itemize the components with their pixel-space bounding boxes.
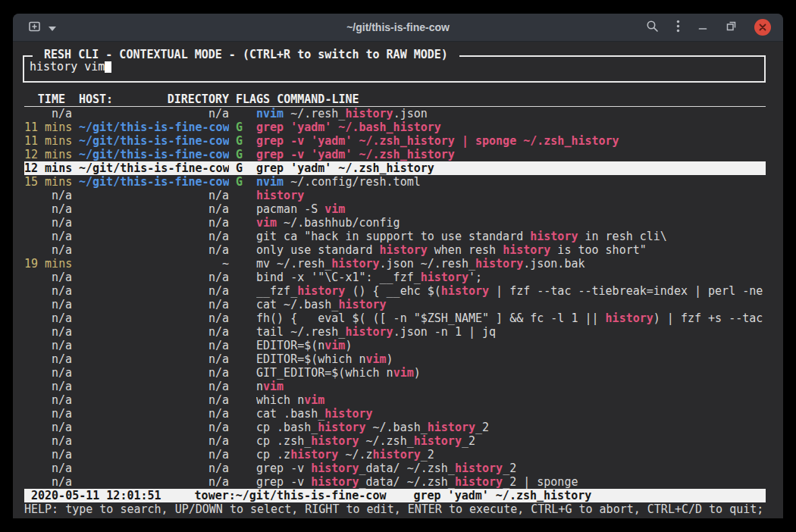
history-list: n/an/anvim ~/.resh_history.json11 mins~/…: [24, 107, 766, 489]
history-row[interactable]: 12 mins~/git/this-is-fine-cowGgrep -v 'y…: [24, 148, 766, 161]
status-location: tower:~/git/this-is-fine-cow: [195, 489, 387, 502]
history-row[interactable]: n/an/ahistory: [24, 189, 766, 202]
history-row[interactable]: n/an/agrep -v history_data/ ~/.zsh_histo…: [24, 462, 766, 475]
history-row[interactable]: n/an/abind -x '"\C-x1": __fzf_history';: [24, 271, 766, 284]
history-row[interactable]: n/an/atail ~/.resh_history.json -n 1 | j…: [24, 325, 766, 339]
header-directory: DIRECTORY: [168, 92, 229, 106]
command-text: ';: [469, 271, 482, 284]
minimize-button[interactable]: [697, 18, 708, 36]
matched-term: history: [345, 325, 393, 339]
row-host-directory: ~/git/this-is-fine-cow: [79, 161, 229, 175]
row-host-directory: n/a: [79, 230, 229, 243]
command-text: only use standard: [256, 243, 380, 257]
titlebar-left-controls: [22, 18, 56, 36]
command-text: nvim: [256, 107, 284, 120]
row-command: bind -x '"\C-x1": __fzf_history';: [256, 271, 766, 284]
row-host-directory: n/a: [79, 421, 229, 434]
matched-term: history: [414, 434, 462, 448]
row-command: __fzf_history () { __ehc $(history | fzf…: [256, 284, 766, 298]
command-text: .json ~/.resh_: [380, 257, 475, 271]
row-flags: [236, 475, 256, 489]
row-host-directory: n/a: [79, 475, 229, 489]
history-row[interactable]: 19 mins~mv ~/.resh_history.json ~/.resh_…: [24, 257, 766, 271]
history-row[interactable]: n/an/avim ~/.bashhub/config: [24, 216, 766, 230]
header-time: TIME: [24, 92, 72, 106]
history-row[interactable]: n/an/a__fzf_history () { __ehc $(history…: [24, 284, 766, 298]
matched-term: history: [311, 462, 359, 475]
new-tab-button[interactable]: [28, 18, 42, 36]
command-text: EDITOR=$(n: [256, 339, 324, 352]
row-time: n/a: [24, 393, 72, 407]
history-row[interactable]: 11 mins~/git/this-is-fine-cowGgrep 'yadm…: [24, 120, 766, 134]
history-row[interactable]: n/an/acat ~/.bash_history: [24, 298, 766, 311]
history-row[interactable]: n/an/apacman -S vim: [24, 202, 766, 216]
row-flags: [236, 448, 256, 462]
search-icon: [646, 20, 659, 35]
row-flags: [236, 352, 256, 366]
command-text: git ca "hack in support to use standard: [256, 230, 530, 243]
history-row[interactable]: 12 mins~/git/this-is-fine-cowGgrep 'yadm…: [24, 161, 766, 175]
matched-term: history: [475, 257, 523, 271]
history-row[interactable]: n/an/acp .bash_history ~/.bash_history_2: [24, 421, 766, 434]
status-bar: 2020-05-11 12:01:51 tower:~/git/this-is-…: [24, 489, 766, 502]
row-time: n/a: [24, 271, 72, 284]
history-row[interactable]: n/an/anvim ~/.resh_history.json: [24, 107, 766, 120]
row-time: n/a: [24, 339, 72, 352]
command-text: fh() { eval $( ([ -n "$ZSH_NAME" ] && fc…: [256, 311, 606, 325]
history-row[interactable]: n/an/acp .zhistory ~/.zhistory_2: [24, 448, 766, 462]
matched-term: history: [606, 311, 653, 325]
history-row[interactable]: n/an/aEDITOR=$(nvim): [24, 339, 766, 352]
search-input[interactable]: history vim: [30, 60, 759, 74]
text-cursor: [105, 61, 111, 73]
chevron-down-icon: [49, 22, 56, 33]
tab-dropdown-button[interactable]: [49, 18, 56, 36]
command-text: nvim: [256, 175, 284, 189]
history-row[interactable]: n/an/agit ca "hack in support to use sta…: [24, 230, 766, 243]
row-command: grep 'yadm' ~/.zsh_history: [256, 161, 766, 175]
history-row[interactable]: n/an/acp .zsh_history ~/.zsh_history_2: [24, 434, 766, 448]
command-text: cp .zsh_: [256, 434, 311, 448]
matched-term: history: [331, 257, 379, 271]
history-row[interactable]: n/an/afh() { eval $( ([ -n "$ZSH_NAME" ]…: [24, 311, 766, 325]
close-button[interactable]: [754, 19, 771, 36]
row-host-directory: n/a: [79, 243, 229, 257]
matched-term: history: [311, 475, 359, 489]
history-row[interactable]: n/an/awhich nvim: [24, 393, 766, 407]
row-host-directory: n/a: [79, 189, 229, 202]
row-time: n/a: [24, 325, 72, 339]
matched-term: vim: [263, 380, 284, 393]
row-flags: G: [236, 120, 256, 134]
command-text: _2: [503, 462, 516, 475]
row-host-directory: ~/git/this-is-fine-cow: [79, 134, 229, 148]
header-flags-command: FLAGS COMMAND-LINE: [236, 92, 359, 106]
history-row[interactable]: n/an/agrep -v history_data/ ~/.zsh_histo…: [24, 475, 766, 489]
menu-button[interactable]: [676, 18, 680, 36]
row-command: nvim: [256, 380, 766, 393]
search-button[interactable]: [646, 18, 659, 36]
matched-term: history: [256, 189, 304, 202]
history-row[interactable]: n/an/aEDITOR=$(which nvim): [24, 352, 766, 366]
matched-term: history: [338, 298, 386, 311]
menu-kebab-icon: [676, 20, 680, 35]
history-row[interactable]: 15 mins~/git/this-is-fine-cowGnvim ~/.co…: [24, 175, 766, 189]
row-command: cat .bash_history: [256, 407, 766, 421]
command-text: ~/.config/resh.toml: [284, 175, 421, 189]
status-command: grep 'yadm' ~/.zsh_history: [413, 489, 591, 502]
matched-term: history: [311, 434, 359, 448]
restore-button[interactable]: [725, 18, 737, 36]
row-time: n/a: [24, 475, 72, 489]
history-row[interactable]: n/an/aGIT_EDITOR=$(which nvim): [24, 366, 766, 380]
history-row[interactable]: n/an/aonly use standard history when res…: [24, 243, 766, 257]
command-text: grep 'yadm' ~/.zsh_history: [256, 161, 434, 175]
history-row[interactable]: n/an/acat .bash_history: [24, 407, 766, 421]
history-row[interactable]: n/an/anvim: [24, 380, 766, 393]
row-host-directory: n/a: [79, 271, 229, 284]
row-command: cp .zhistory ~/.zhistory_2: [256, 448, 766, 462]
command-text: mv ~/.resh_: [256, 257, 331, 271]
row-command: grep -v history_data/ ~/.zsh_history_2 |…: [256, 475, 766, 489]
history-row[interactable]: 11 mins~/git/this-is-fine-cowGgrep -v 'y…: [24, 134, 766, 148]
row-flags: [236, 421, 256, 434]
row-flags: [236, 434, 256, 448]
terminal-window: ~/git/this-is-fine-cow: [13, 14, 783, 518]
row-time: n/a: [24, 298, 72, 311]
